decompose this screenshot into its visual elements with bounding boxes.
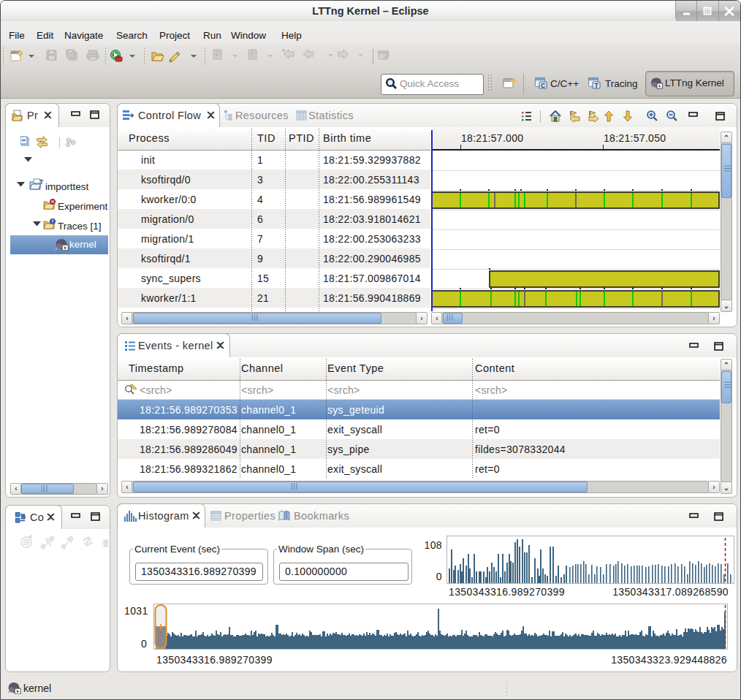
svg-text:Experiment: Experiment xyxy=(58,201,108,212)
svg-text:importtest: importtest xyxy=(45,181,89,192)
svg-text:C: C xyxy=(541,82,545,89)
svg-text:Traces [1]: Traces [1] xyxy=(58,221,102,232)
svg-text:kernel: kernel xyxy=(69,239,96,250)
svg-text:T: T xyxy=(39,178,44,186)
svg-text:T: T xyxy=(594,82,598,89)
